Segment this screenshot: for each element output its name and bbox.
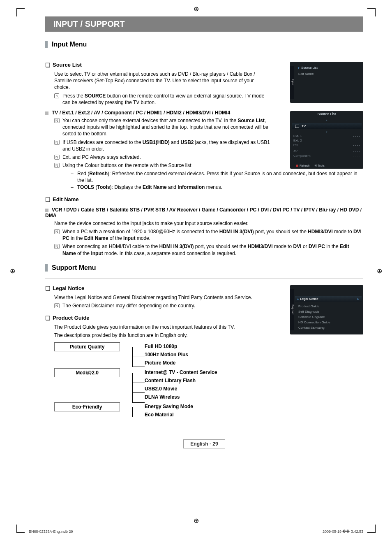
tree-leaf: Content Library Flash: [145, 376, 217, 385]
page-number-label: English - 29: [45, 439, 363, 448]
tv-row: Ext. 1- - - -: [290, 134, 363, 138]
footer-file: BN68-02325A-Eng.indb 29: [29, 529, 73, 534]
tv-row-value: - - - -: [353, 139, 360, 142]
tv-item-label: Legal Notice: [300, 297, 318, 301]
subheading-product-guide: Product Guide: [53, 315, 90, 321]
crop-mark: [367, 525, 376, 533]
tv-row-label: PC: [293, 143, 298, 147]
q-bullet-icon: ❏: [45, 196, 53, 203]
tv-menu-item-selected: ▸ Legal Notice▸: [295, 296, 362, 302]
footer-timestamp: 2009-05-19 �� 3:42:53: [323, 529, 363, 534]
subheading-edit-name-options: VCR / DVD / Cable STB / Satellite STB / …: [45, 207, 362, 218]
paragraph: Use to select TV or other external input…: [54, 71, 264, 91]
note-text: When connecting an HDMI/DVI cable to the…: [62, 243, 363, 256]
tv-title: Source List: [290, 111, 363, 118]
note-icon: N: [54, 154, 62, 160]
q-bullet-icon: ❏: [45, 315, 53, 321]
registration-mark: ⊕: [10, 267, 15, 274]
note-text: You can choose only those external devic…: [62, 117, 278, 137]
tv-row-value: - - - -: [353, 149, 360, 153]
tree-leaf: Picture Mode: [145, 359, 188, 367]
section-band: INPUT / SUPPORT: [45, 16, 363, 32]
tv-menu-item: Software Upgrade: [297, 314, 360, 320]
tv-row-label: Ext. 1: [293, 134, 302, 138]
crop-mark: [16, 8, 25, 16]
tv-icon: [295, 125, 299, 128]
dash-text: Red (Refresh): Refreshes the connected e…: [77, 170, 363, 183]
paragraph: Name the device connected to the input j…: [54, 220, 363, 227]
tv-row-selected: TV: [292, 123, 362, 129]
tv-footer-tools: Tools: [318, 164, 324, 167]
note-text: If USB devices are connected to the USB1…: [62, 139, 272, 152]
q-bullet-icon: ❏: [45, 62, 53, 68]
tree-leaf: Internet@ TV - Content Service: [145, 368, 217, 376]
tv-side-tab: Support: [290, 289, 294, 330]
heading-support-menu: Support Menu: [45, 264, 363, 272]
square-bullet-icon: [45, 111, 48, 115]
tv-item-label: Source List: [301, 66, 318, 70]
tree-leaf: Energy Saving Mode: [145, 402, 193, 411]
divider: [45, 278, 363, 279]
tree-leaf: Eco Material: [145, 411, 193, 419]
subheading-legal-notice: Legal Notice: [53, 285, 84, 291]
remote-icon: ⎋: [54, 93, 62, 106]
tv-row-value: - - - -: [353, 134, 360, 138]
note-icon: N: [54, 228, 62, 241]
tools-icon: ⚒: [314, 164, 317, 167]
tree-leaf: Full HD 1080p: [145, 342, 188, 351]
tv-screenshot-support-menu: Support ▸ Legal Notice▸ Product Guide Se…: [290, 285, 363, 334]
tv-menu-item: HD Connection Guide: [297, 320, 360, 325]
tv-menu-item: Self Diagnosis: [297, 309, 360, 314]
tree-leaf: USB2.0 Movie: [145, 385, 217, 393]
subheading-sources: TV / Ext.1 / Ext.2 / AV / Component / PC…: [52, 110, 230, 116]
subheading-source-list: Source List: [53, 62, 82, 68]
heading-input-menu: Input Menu: [45, 41, 363, 48]
tree-connector: [120, 402, 145, 419]
tv-side-tab: Input: [290, 66, 294, 99]
red-dot-icon: [296, 165, 298, 167]
tree-connector: [120, 368, 145, 401]
tv-footer-refresh: Refresh: [300, 164, 310, 167]
tree-leaf: 100Hz Motion Plus: [145, 351, 188, 359]
scroll-up-icon: ▴: [290, 118, 363, 122]
scroll-down-icon: ▾: [290, 130, 363, 134]
tv-row-label: Component: [293, 154, 310, 158]
dash-bullet: –: [71, 170, 77, 183]
tv-row: PC- - - -: [290, 143, 363, 147]
tree-connector: [120, 342, 145, 367]
tv-row-label: TV: [302, 124, 306, 128]
registration-mark: ⊕: [194, 517, 199, 525]
note-icon: N: [54, 139, 62, 152]
dash-text: TOOLS (Tools): Displays the Edit Name an…: [77, 184, 222, 190]
tv-menu-item: Contact Samsung: [297, 325, 360, 330]
crop-mark: [367, 8, 376, 16]
tree-node: Eco-Friendly: [54, 402, 120, 411]
note-icon: N: [54, 302, 62, 309]
q-bullet-icon: ❏: [45, 285, 53, 292]
tv-footer: Refresh ⚒ Tools: [296, 164, 361, 167]
tv-menu-item-selected: ▸Source List: [297, 65, 360, 71]
registration-mark: ⊕: [194, 5, 199, 13]
tv-row-label: AV: [293, 149, 297, 153]
tv-row: Ext. 2- - - -: [290, 138, 363, 143]
tv-menu-item: Edit Name: [297, 71, 360, 77]
note-icon: N: [54, 162, 62, 169]
subheading-edit-name: Edit Name: [53, 196, 79, 202]
square-bullet-icon: [45, 209, 48, 212]
note-icon: N: [54, 243, 62, 256]
product-guide-tree: Picture Quality Full HD 1080p 100Hz Moti…: [54, 342, 363, 419]
tv-row: AV- - - -: [290, 149, 363, 153]
chevron-right-icon: ▸: [357, 297, 359, 301]
tree-node: Picture Quality: [54, 342, 120, 351]
divider: [45, 55, 363, 55]
registration-mark: ⊕: [377, 267, 382, 274]
tv-row-label: Ext. 2: [293, 139, 302, 142]
tv-row-value: - - - -: [353, 154, 360, 158]
tree-node: Medi@2.0: [54, 368, 120, 377]
tv-row-value: - - - -: [353, 143, 360, 147]
tv-row: Component- - - -: [290, 153, 363, 158]
dash-bullet: –: [71, 184, 77, 190]
paragraph: Press the SOURCE button on the remote co…: [62, 93, 272, 106]
tv-screenshot-source-list: Source List ▴ TV ▾ Ext. 1- - - - Ext. 2-…: [290, 111, 363, 169]
tv-menu-item: Product Guide: [297, 304, 360, 309]
